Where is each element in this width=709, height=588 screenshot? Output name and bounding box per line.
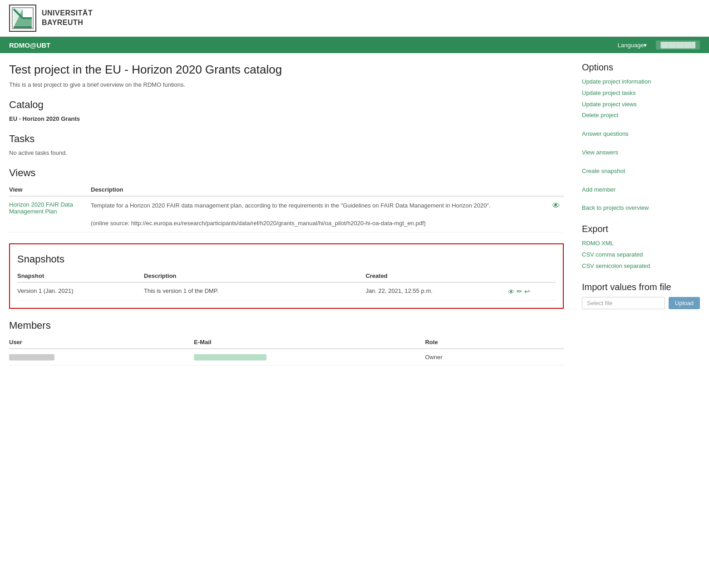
link-update-project-info[interactable]: Update project information	[582, 77, 700, 87]
link-back-to-projects[interactable]: Back to projects overview	[582, 203, 700, 213]
view-description: Template for a Horizon 2020 FAIR data ma…	[91, 202, 491, 227]
member-email	[194, 354, 266, 361]
members-heading: Members	[9, 320, 564, 331]
main-container: Test project in the EU - Horizon 2020 Gr…	[0, 53, 709, 385]
content-area: Test project in the EU - Horizon 2020 Gr…	[9, 62, 582, 376]
member-user	[9, 354, 54, 361]
table-row: Version 1 (Jan. 2021) This is version 1 …	[17, 282, 556, 301]
sidebar: Options Update project information Updat…	[582, 62, 700, 376]
import-heading: Import values from file	[582, 282, 700, 292]
snapshots-col-actions	[508, 270, 556, 282]
link-export-csv-comma[interactable]: CSV comma separated	[582, 250, 700, 260]
catalog-section: Catalog EU - Horizon 2020 Grants	[9, 99, 564, 122]
snapshot-description-cell: This is version 1 of the DMP.	[144, 282, 365, 301]
upload-button[interactable]: Upload	[669, 297, 700, 309]
snapshot-name: Version 1 (Jan. 2021)	[17, 287, 74, 294]
views-col-actions	[537, 183, 564, 196]
catalog-heading: Catalog	[9, 99, 564, 111]
snapshots-col-description: Description	[144, 270, 365, 282]
snapshots-col-snapshot: Snapshot	[17, 270, 144, 282]
link-create-snapshot[interactable]: Create snapshot	[582, 167, 700, 176]
snapshot-actions-cell[interactable]: 👁 ✏ ↩	[508, 282, 556, 301]
snapshot-action-icons: 👁 ✏ ↩	[508, 287, 552, 296]
table-row: Horizon 2020 FAIR Data Management Plan T…	[9, 196, 564, 232]
snapshot-eye-icon[interactable]: 👁	[508, 288, 515, 296]
view-name-link[interactable]: Horizon 2020 FAIR Data Management Plan	[9, 201, 73, 215]
view-description-cell: Template for a Horizon 2020 FAIR data ma…	[91, 196, 537, 232]
table-row: Owner	[9, 349, 564, 366]
views-heading: Views	[9, 167, 564, 179]
nav-right: Language▾ █████████	[618, 40, 700, 49]
page-description: This is a test project to give a brief o…	[9, 81, 564, 88]
views-col-description: Description	[91, 183, 537, 196]
view-name-cell: Horizon 2020 FAIR Data Management Plan	[9, 196, 91, 232]
university-logo	[9, 5, 36, 32]
import-section: Import values from file Select file Uplo…	[582, 282, 700, 309]
snapshots-heading: Snapshots	[17, 253, 556, 265]
page-title: Test project in the EU - Horizon 2020 Gr…	[9, 62, 564, 78]
catalog-value: EU - Horizon 2020 Grants	[9, 115, 564, 122]
link-view-answers[interactable]: View answers	[582, 148, 700, 158]
nav-brand: RDMO@UBT	[9, 41, 50, 49]
snapshots-col-created: Created	[365, 270, 508, 282]
options-section: Options Update project information Updat…	[582, 62, 700, 213]
tasks-heading: Tasks	[9, 133, 564, 145]
link-export-rdmo-xml[interactable]: RDMO XML	[582, 239, 700, 248]
link-add-member[interactable]: Add member	[582, 185, 700, 195]
snapshot-name-cell: Version 1 (Jan. 2021)	[17, 282, 144, 301]
snapshots-table: Snapshot Description Created Version 1 (…	[17, 270, 556, 301]
no-tasks-text: No active tasks found.	[9, 149, 564, 156]
link-update-project-tasks[interactable]: Update project tasks	[582, 89, 700, 98]
members-table: User E-Mail Role Owner	[9, 336, 564, 366]
members-section: Members User E-Mail Role	[9, 320, 564, 366]
file-input-display[interactable]: Select file	[582, 297, 665, 309]
member-user-cell	[9, 349, 194, 366]
members-col-role: Role	[425, 336, 564, 349]
snapshot-description: This is version 1 of the DMP.	[144, 287, 219, 294]
link-delete-project[interactable]: Delete project	[582, 111, 700, 120]
views-col-view: View	[9, 183, 91, 196]
member-role-cell: Owner	[425, 349, 564, 366]
language-selector[interactable]: Language▾	[618, 42, 647, 49]
view-eye-icon-cell[interactable]: 👁	[537, 196, 564, 232]
tasks-section: Tasks No active tasks found.	[9, 133, 564, 156]
snapshot-created: Jan. 22, 2021, 12:55 p.m.	[365, 287, 432, 294]
members-col-email: E-Mail	[194, 336, 425, 349]
link-answer-questions[interactable]: Answer questions	[582, 129, 700, 139]
link-export-csv-semicolon[interactable]: CSV semicolon separated	[582, 262, 700, 271]
link-update-project-views[interactable]: Update project views	[582, 100, 700, 109]
members-col-user: User	[9, 336, 194, 349]
university-name: UNIVERSITÄTBAYREUTH	[42, 9, 93, 28]
import-file-row: Select file Upload	[582, 297, 700, 309]
snapshots-section: Snapshots Snapshot Description Created V…	[9, 243, 564, 309]
snapshot-created-cell: Jan. 22, 2021, 12:55 p.m.	[365, 282, 508, 301]
snapshot-rollback-icon[interactable]: ↩	[524, 287, 530, 296]
views-section: Views View Description Horizon 2020 FAIR…	[9, 167, 564, 233]
snapshot-edit-icon[interactable]: ✏	[517, 287, 522, 296]
logo-bar: UNIVERSITÄTBAYREUTH	[0, 0, 709, 37]
member-email-cell	[194, 349, 425, 366]
views-table: View Description Horizon 2020 FAIR Data …	[9, 183, 564, 233]
export-heading: Export	[582, 224, 700, 234]
member-role: Owner	[425, 354, 442, 361]
user-menu[interactable]: █████████	[656, 40, 700, 49]
eye-icon[interactable]: 👁	[552, 201, 560, 210]
export-section: Export RDMO XML CSV comma separated CSV …	[582, 224, 700, 271]
options-heading: Options	[582, 62, 700, 73]
file-input-placeholder: Select file	[587, 300, 612, 306]
nav-bar: RDMO@UBT Language▾ █████████	[0, 37, 709, 53]
